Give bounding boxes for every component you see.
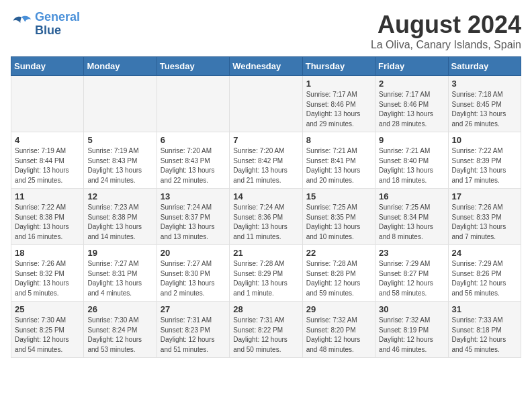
calendar-cell: 5Sunrise: 7:19 AM Sunset: 8:43 PM Daylig… [84, 132, 157, 189]
calendar-cell: 21Sunrise: 7:28 AM Sunset: 8:29 PM Dayli… [230, 245, 302, 302]
cell-content: Sunrise: 7:24 AM Sunset: 8:36 PM Dayligh… [233, 203, 298, 242]
cell-content: Sunrise: 7:28 AM Sunset: 8:29 PM Dayligh… [233, 259, 298, 298]
calendar-cell: 30Sunrise: 7:32 AM Sunset: 8:19 PM Dayli… [375, 302, 448, 358]
day-number: 8 [306, 135, 371, 145]
calendar-cell: 11Sunrise: 7:22 AM Sunset: 8:38 PM Dayli… [11, 189, 84, 245]
calendar-cell: 29Sunrise: 7:32 AM Sunset: 8:20 PM Dayli… [302, 302, 375, 358]
cell-content: Sunrise: 7:21 AM Sunset: 8:40 PM Dayligh… [379, 146, 444, 185]
day-number: 2 [379, 79, 444, 89]
calendar-cell: 17Sunrise: 7:26 AM Sunset: 8:33 PM Dayli… [448, 189, 521, 245]
day-number: 28 [233, 304, 298, 314]
header: General Blue August 2024 La Oliva, Canar… [11, 11, 521, 51]
header-sunday: Sunday [11, 57, 84, 76]
cell-content: Sunrise: 7:30 AM Sunset: 8:24 PM Dayligh… [87, 316, 152, 355]
cell-content: Sunrise: 7:29 AM Sunset: 8:27 PM Dayligh… [379, 259, 444, 298]
calendar-cell: 13Sunrise: 7:24 AM Sunset: 8:37 PM Dayli… [157, 189, 229, 245]
header-saturday: Saturday [448, 57, 521, 76]
title-area: August 2024 La Oliva, Canary Islands, Sp… [371, 11, 521, 51]
calendar-cell: 12Sunrise: 7:23 AM Sunset: 8:38 PM Dayli… [84, 189, 157, 245]
header-wednesday: Wednesday [230, 57, 302, 76]
calendar-cell: 8Sunrise: 7:21 AM Sunset: 8:41 PM Daylig… [302, 132, 375, 189]
day-number: 3 [452, 79, 517, 89]
week-row-3: 11Sunrise: 7:22 AM Sunset: 8:38 PM Dayli… [11, 189, 521, 245]
cell-content: Sunrise: 7:17 AM Sunset: 8:46 PM Dayligh… [379, 90, 444, 129]
cell-content: Sunrise: 7:32 AM Sunset: 8:19 PM Dayligh… [379, 316, 444, 355]
calendar-cell: 9Sunrise: 7:21 AM Sunset: 8:40 PM Daylig… [375, 132, 448, 189]
calendar-cell: 27Sunrise: 7:31 AM Sunset: 8:23 PM Dayli… [157, 302, 229, 358]
calendar-cell: 22Sunrise: 7:28 AM Sunset: 8:28 PM Dayli… [302, 245, 375, 302]
day-number: 17 [452, 191, 517, 201]
cell-content: Sunrise: 7:20 AM Sunset: 8:43 PM Dayligh… [161, 146, 226, 185]
logo-icon [11, 15, 32, 34]
calendar-cell: 28Sunrise: 7:31 AM Sunset: 8:22 PM Dayli… [230, 302, 302, 358]
calendar-cell: 23Sunrise: 7:29 AM Sunset: 8:27 PM Dayli… [375, 245, 448, 302]
cell-content: Sunrise: 7:22 AM Sunset: 8:39 PM Dayligh… [452, 146, 517, 185]
header-thursday: Thursday [302, 57, 375, 76]
day-number: 1 [306, 79, 371, 89]
day-number: 24 [452, 248, 517, 258]
day-number: 22 [306, 248, 371, 258]
calendar-cell [230, 76, 302, 132]
calendar-cell: 19Sunrise: 7:27 AM Sunset: 8:31 PM Dayli… [84, 245, 157, 302]
day-number: 12 [87, 191, 152, 201]
day-number: 26 [87, 304, 152, 314]
cell-content: Sunrise: 7:18 AM Sunset: 8:45 PM Dayligh… [452, 90, 517, 129]
header-tuesday: Tuesday [157, 57, 229, 76]
cell-content: Sunrise: 7:17 AM Sunset: 8:46 PM Dayligh… [306, 90, 371, 129]
day-number: 11 [15, 191, 80, 201]
day-number: 15 [306, 191, 371, 201]
cell-content: Sunrise: 7:28 AM Sunset: 8:28 PM Dayligh… [306, 259, 371, 298]
day-number: 6 [161, 135, 226, 145]
cell-content: Sunrise: 7:19 AM Sunset: 8:44 PM Dayligh… [15, 146, 80, 185]
cell-content: Sunrise: 7:25 AM Sunset: 8:35 PM Dayligh… [306, 203, 371, 242]
cell-content: Sunrise: 7:27 AM Sunset: 8:31 PM Dayligh… [87, 259, 152, 298]
cell-content: Sunrise: 7:27 AM Sunset: 8:30 PM Dayligh… [161, 259, 226, 298]
logo-text-line1: General [35, 11, 80, 24]
cell-content: Sunrise: 7:26 AM Sunset: 8:33 PM Dayligh… [452, 203, 517, 242]
calendar-cell: 7Sunrise: 7:20 AM Sunset: 8:42 PM Daylig… [230, 132, 302, 189]
day-number: 25 [15, 304, 80, 314]
calendar-cell: 20Sunrise: 7:27 AM Sunset: 8:30 PM Dayli… [157, 245, 229, 302]
subtitle: La Oliva, Canary Islands, Spain [371, 39, 521, 51]
week-row-2: 4Sunrise: 7:19 AM Sunset: 8:44 PM Daylig… [11, 132, 521, 189]
calendar-cell: 15Sunrise: 7:25 AM Sunset: 8:35 PM Dayli… [302, 189, 375, 245]
day-number: 13 [161, 191, 226, 201]
calendar-cell: 16Sunrise: 7:25 AM Sunset: 8:34 PM Dayli… [375, 189, 448, 245]
header-monday: Monday [84, 57, 157, 76]
calendar-cell: 18Sunrise: 7:26 AM Sunset: 8:32 PM Dayli… [11, 245, 84, 302]
calendar-cell [84, 76, 157, 132]
cell-content: Sunrise: 7:23 AM Sunset: 8:38 PM Dayligh… [87, 203, 152, 242]
day-number: 19 [87, 248, 152, 258]
day-number: 5 [87, 135, 152, 145]
page-title: August 2024 [371, 11, 521, 39]
calendar-cell [11, 76, 84, 132]
day-number: 14 [233, 191, 298, 201]
cell-content: Sunrise: 7:30 AM Sunset: 8:25 PM Dayligh… [15, 316, 80, 355]
week-row-1: 1Sunrise: 7:17 AM Sunset: 8:46 PM Daylig… [11, 76, 521, 132]
day-number: 29 [306, 304, 371, 314]
calendar-table: SundayMondayTuesdayWednesdayThursdayFrid… [11, 56, 521, 358]
calendar-cell: 26Sunrise: 7:30 AM Sunset: 8:24 PM Dayli… [84, 302, 157, 358]
calendar-cell: 24Sunrise: 7:29 AM Sunset: 8:26 PM Dayli… [448, 245, 521, 302]
calendar-cell: 6Sunrise: 7:20 AM Sunset: 8:43 PM Daylig… [157, 132, 229, 189]
calendar-cell: 2Sunrise: 7:17 AM Sunset: 8:46 PM Daylig… [375, 76, 448, 132]
calendar-cell: 14Sunrise: 7:24 AM Sunset: 8:36 PM Dayli… [230, 189, 302, 245]
week-row-4: 18Sunrise: 7:26 AM Sunset: 8:32 PM Dayli… [11, 245, 521, 302]
day-number: 31 [452, 304, 517, 314]
cell-content: Sunrise: 7:33 AM Sunset: 8:18 PM Dayligh… [452, 316, 517, 355]
day-number: 9 [379, 135, 444, 145]
cell-content: Sunrise: 7:31 AM Sunset: 8:22 PM Dayligh… [233, 316, 298, 355]
day-number: 4 [15, 135, 80, 145]
logo: General Blue [11, 11, 80, 38]
day-number: 27 [161, 304, 226, 314]
day-number: 7 [233, 135, 298, 145]
day-number: 23 [379, 248, 444, 258]
calendar-header-row: SundayMondayTuesdayWednesdayThursdayFrid… [11, 57, 521, 76]
day-number: 10 [452, 135, 517, 145]
calendar-cell: 4Sunrise: 7:19 AM Sunset: 8:44 PM Daylig… [11, 132, 84, 189]
day-number: 21 [233, 248, 298, 258]
day-number: 18 [15, 248, 80, 258]
cell-content: Sunrise: 7:24 AM Sunset: 8:37 PM Dayligh… [161, 203, 226, 242]
calendar-cell: 10Sunrise: 7:22 AM Sunset: 8:39 PM Dayli… [448, 132, 521, 189]
calendar-cell: 31Sunrise: 7:33 AM Sunset: 8:18 PM Dayli… [448, 302, 521, 358]
